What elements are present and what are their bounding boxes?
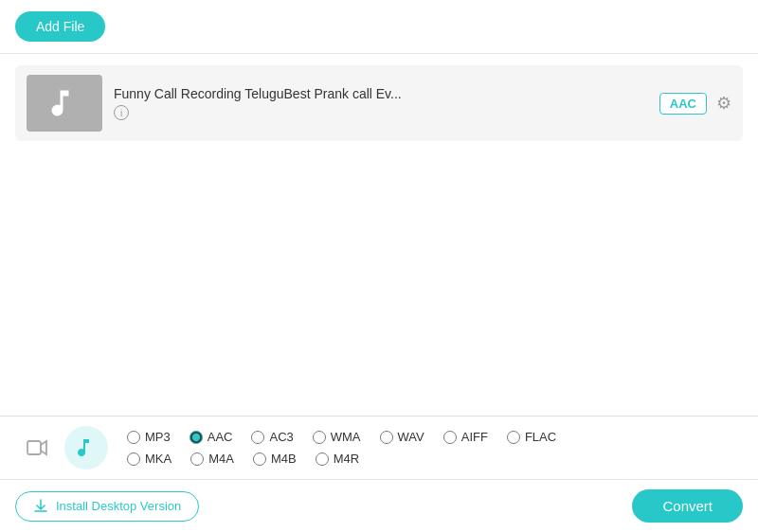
format-selector: MP3 AAC AC3 WMA WAV AIFF F bbox=[0, 417, 758, 479]
radio-flac[interactable] bbox=[507, 431, 520, 444]
radio-wma[interactable] bbox=[313, 431, 326, 444]
file-actions: AAC ⚙ bbox=[659, 93, 731, 115]
radio-ac3[interactable] bbox=[251, 431, 264, 444]
radio-mp3[interactable] bbox=[127, 431, 140, 444]
file-list: Funny Call Recording TeluguBest Prank ca… bbox=[0, 54, 758, 416]
radio-wav[interactable] bbox=[380, 431, 393, 444]
convert-button[interactable]: Convert bbox=[632, 489, 743, 523]
video-tab-icon bbox=[26, 436, 48, 459]
tab-video[interactable] bbox=[15, 426, 59, 470]
file-name: Funny Call Recording TeluguBest Prank ca… bbox=[114, 86, 648, 101]
info-icon[interactable]: i bbox=[114, 105, 129, 120]
format-m4r[interactable]: M4R bbox=[316, 452, 359, 466]
format-flac[interactable]: FLAC bbox=[507, 430, 556, 444]
music-note-icon bbox=[47, 86, 81, 120]
file-thumbnail bbox=[27, 75, 102, 132]
format-wav[interactable]: WAV bbox=[380, 430, 424, 444]
radio-aiff[interactable] bbox=[443, 431, 457, 444]
action-bar: Install Desktop Version Convert bbox=[0, 479, 758, 532]
format-badge[interactable]: AAC bbox=[659, 93, 707, 115]
audio-tab-icon bbox=[75, 436, 98, 459]
bottom-panel: MP3 AAC AC3 WMA WAV AIFF F bbox=[0, 416, 758, 479]
format-row-2: MKA M4A M4B M4R bbox=[127, 452, 743, 466]
top-bar: Add File bbox=[0, 0, 758, 54]
format-row-1: MP3 AAC AC3 WMA WAV AIFF F bbox=[127, 430, 743, 444]
file-meta: i bbox=[114, 105, 648, 120]
format-mp3[interactable]: MP3 bbox=[127, 430, 171, 444]
format-ac3[interactable]: AC3 bbox=[251, 430, 293, 444]
radio-mka[interactable] bbox=[127, 452, 140, 466]
radio-m4b[interactable] bbox=[253, 452, 266, 466]
download-icon bbox=[33, 499, 48, 514]
settings-icon[interactable]: ⚙ bbox=[716, 93, 731, 114]
format-aiff[interactable]: AIFF bbox=[443, 430, 488, 444]
format-aac[interactable]: AAC bbox=[190, 430, 233, 444]
install-desktop-button[interactable]: Install Desktop Version bbox=[15, 491, 199, 522]
format-m4a[interactable]: M4A bbox=[190, 452, 234, 466]
radio-m4a[interactable] bbox=[190, 452, 204, 466]
radio-m4r[interactable] bbox=[316, 452, 329, 466]
format-mka[interactable]: MKA bbox=[127, 452, 171, 466]
svg-rect-0 bbox=[27, 441, 41, 454]
tab-icons bbox=[15, 426, 108, 470]
format-options: MP3 AAC AC3 WMA WAV AIFF F bbox=[127, 430, 743, 466]
file-info: Funny Call Recording TeluguBest Prank ca… bbox=[114, 86, 648, 120]
format-wma[interactable]: WMA bbox=[313, 430, 361, 444]
add-file-button[interactable]: Add File bbox=[15, 11, 105, 42]
format-m4b[interactable]: M4B bbox=[253, 452, 297, 466]
radio-aac[interactable] bbox=[190, 431, 203, 444]
install-label: Install Desktop Version bbox=[56, 499, 181, 513]
tab-audio[interactable] bbox=[64, 426, 108, 470]
file-item: Funny Call Recording TeluguBest Prank ca… bbox=[15, 65, 743, 141]
